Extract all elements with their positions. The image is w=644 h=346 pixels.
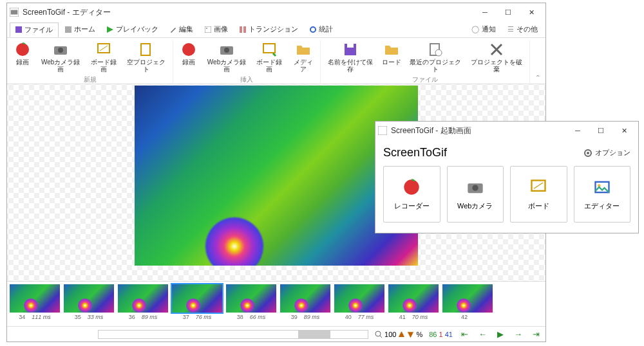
discard-button[interactable]: プロジェクトを破棄: [467, 41, 527, 74]
thumb-image: [280, 284, 330, 313]
launcher-titlebar: ScreenToGif - 起動画面 ─ ☐ ✕: [375, 122, 638, 140]
nav-first-button[interactable]: ⇤: [459, 329, 470, 339]
new-webcam-button[interactable]: Webカメラ録画: [37, 41, 84, 74]
nav-last-button[interactable]: ⇥: [531, 329, 542, 339]
close-button[interactable]: ✕: [520, 4, 543, 21]
thumb-image: [118, 284, 168, 313]
board-icon: [529, 178, 547, 196]
svg-rect-20: [347, 44, 354, 48]
tab-playback[interactable]: プレイバック: [102, 23, 164, 36]
tab-home[interactable]: ホーム: [60, 23, 100, 36]
recent-icon: [428, 42, 443, 57]
tab-notify[interactable]: ◯通知: [466, 23, 501, 36]
zoom-control[interactable]: 100 ⯅⯆ %: [375, 331, 422, 338]
options-button[interactable]: オプション: [583, 148, 630, 158]
gear-icon: [583, 149, 592, 158]
svg-point-22: [435, 50, 442, 56]
svg-point-15: [182, 43, 195, 56]
image-icon: [205, 26, 211, 33]
thumbnail[interactable]: 34111 ms: [10, 284, 60, 323]
svg-rect-2: [15, 26, 22, 33]
ribbon-collapse-button[interactable]: ⌃: [530, 71, 545, 84]
svg-rect-3: [65, 26, 71, 33]
record-icon: [15, 42, 30, 57]
thumb-duration: 66 ms: [250, 314, 266, 320]
thumbnail-strip[interactable]: 34111 ms3533 ms3689 ms3776 ms3866 ms3989…: [7, 281, 545, 326]
insert-record-button[interactable]: 録画: [176, 41, 202, 74]
editor-card[interactable]: エディター: [574, 166, 631, 223]
insert-board-button[interactable]: ボード録画: [252, 41, 287, 74]
maximize-button[interactable]: ☐: [589, 122, 612, 139]
insert-webcam-button[interactable]: Webカメラ録画: [203, 41, 251, 74]
thumb-index: 40: [345, 314, 352, 320]
thumbnail[interactable]: 3776 ms: [172, 284, 222, 323]
svg-rect-7: [240, 26, 242, 33]
nav-next-button[interactable]: →: [512, 329, 524, 339]
thumbnail[interactable]: 3866 ms: [226, 284, 276, 323]
thumb-duration: 77 ms: [358, 314, 374, 320]
home-icon: [65, 26, 71, 33]
svg-point-23: [375, 331, 381, 336]
ribbon-group-new: 録画 Webカメラ録画 ボード録画 空プロジェクト 新規: [7, 41, 173, 84]
svg-rect-25: [378, 126, 387, 135]
thumbnail[interactable]: 3989 ms: [280, 284, 330, 323]
insert-media-button[interactable]: メディア: [289, 41, 318, 74]
close-icon: [489, 42, 504, 57]
svg-rect-18: [263, 44, 275, 53]
board-icon: [96, 42, 111, 57]
svg-point-27: [587, 152, 589, 154]
thumbnail[interactable]: 3533 ms: [64, 284, 114, 323]
webcam-card[interactable]: Webカメラ: [447, 166, 504, 223]
thumb-image: [442, 284, 493, 313]
nav-play-button[interactable]: ▶: [495, 329, 506, 339]
folder-open-icon: [384, 42, 399, 57]
thumbnail[interactable]: 42: [442, 284, 493, 323]
thumb-index: 41: [399, 314, 406, 320]
thumb-duration: 89 ms: [304, 314, 320, 320]
thumb-image: [388, 284, 439, 313]
minimize-button[interactable]: ─: [566, 122, 589, 139]
thumb-index: 36: [129, 314, 135, 320]
thumb-image: [334, 284, 384, 313]
thumbnail[interactable]: 3689 ms: [118, 284, 168, 323]
close-button[interactable]: ✕: [612, 122, 636, 139]
maximize-button[interactable]: ☐: [497, 4, 520, 21]
thumb-scrollbar[interactable]: [98, 330, 368, 339]
zoom-icon: [375, 331, 383, 338]
tab-file[interactable]: ファイル: [10, 23, 59, 37]
thumb-index: 34: [19, 314, 25, 320]
app-icon: [378, 126, 387, 135]
tab-stats[interactable]: 統計: [305, 23, 338, 36]
launcher-title: ScreenToGif - 起動画面: [391, 125, 471, 136]
ribbon: 録画 Webカメラ録画 ボード録画 空プロジェクト 新規 録画 Webカメラ録画…: [7, 38, 545, 84]
svg-rect-14: [141, 44, 150, 55]
nav-prev-button[interactable]: ←: [477, 329, 489, 339]
new-record-button[interactable]: 録画: [10, 41, 35, 74]
thumbnail[interactable]: 4170 ms: [388, 284, 439, 323]
thumb-duration: 33 ms: [88, 314, 104, 320]
play-icon: [107, 26, 113, 33]
tab-other[interactable]: ☰その他: [502, 23, 543, 36]
image-icon: [593, 178, 611, 196]
new-blank-button[interactable]: 空プロジェクト: [122, 41, 170, 74]
svg-point-10: [16, 43, 29, 56]
load-button[interactable]: ロード: [379, 41, 404, 74]
thumbnail[interactable]: 4077 ms: [334, 284, 384, 323]
save-icon: [15, 26, 22, 33]
new-board-button[interactable]: ボード録画: [86, 41, 121, 74]
recent-button[interactable]: 最近のプロジェクト: [406, 41, 466, 74]
svg-line-24: [380, 336, 382, 338]
tab-image[interactable]: 画像: [200, 23, 233, 36]
status-bar: 100 ⯅⯆ % 86 1 41 ⇤ ← ▶ → ⇥: [7, 326, 545, 341]
svg-point-28: [404, 179, 419, 194]
thumb-duration: 111 ms: [32, 314, 51, 320]
tab-transition[interactable]: トランジション: [234, 23, 303, 36]
svg-rect-8: [243, 26, 246, 33]
tab-edit[interactable]: 編集: [165, 23, 198, 36]
minimize-button[interactable]: ─: [473, 4, 497, 21]
camera-icon: [466, 178, 484, 196]
saveas-button[interactable]: 名前を付けて保存: [323, 41, 377, 74]
recorder-card[interactable]: レコーダー: [383, 166, 440, 223]
launcher-window: ScreenToGif - 起動画面 ─ ☐ ✕ ScreenToGif オプシ…: [375, 121, 639, 233]
board-card[interactable]: ボード: [510, 166, 567, 223]
